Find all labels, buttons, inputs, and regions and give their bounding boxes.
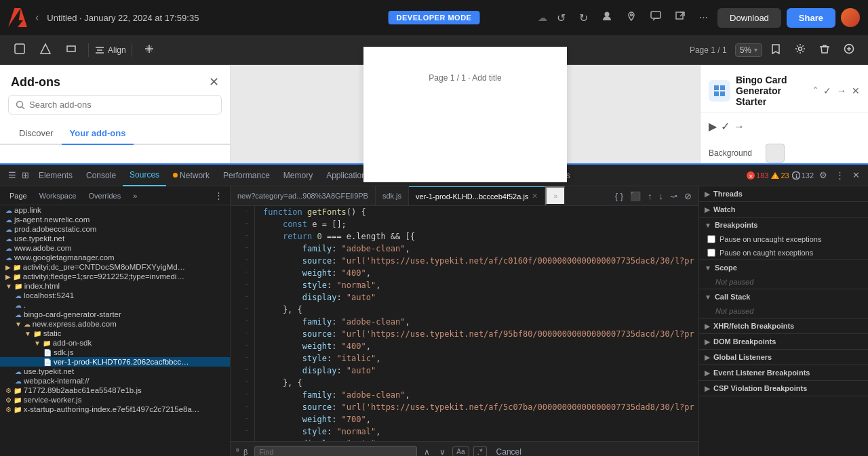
trash-button[interactable] — [814, 40, 835, 60]
translate-button[interactable] — [138, 39, 161, 60]
bingo-close-button[interactable]: ✕ — [852, 85, 860, 96]
tree-item[interactable]: ☁ webpack-internal:// — [0, 376, 230, 386]
devtools-layout-button[interactable]: ⊞ — [19, 169, 32, 182]
devtools-overflow-button[interactable]: ⋮ — [833, 169, 847, 182]
ft-tab-overrides[interactable]: Overrides — [83, 190, 127, 201]
code-deactivate-button[interactable]: ⊘ — [682, 190, 694, 203]
tab-your-addons[interactable]: Your add-ons — [62, 123, 134, 145]
breakpoints-header[interactable]: ▼ Breakpoints — [699, 217, 868, 232]
tree-item[interactable]: ▼ ☁ new.express.adobe.com — [0, 319, 230, 329]
share-button[interactable]: Share — [787, 8, 835, 28]
tree-item[interactable]: ☁ . — [0, 300, 230, 310]
watch-header[interactable]: ▶ Watch — [699, 202, 868, 217]
tab-sources[interactable]: Sources — [123, 165, 166, 186]
find-prev-button[interactable]: ∧ — [421, 446, 433, 457]
tab-elements[interactable]: Elements — [32, 165, 79, 186]
bingo-check2-button[interactable]: ✓ — [721, 120, 730, 133]
align-button[interactable]: Align — [94, 45, 126, 56]
share-ext-button[interactable] — [671, 8, 690, 27]
ft-tab-workspace[interactable]: Workspace — [34, 190, 82, 201]
ft-tab-page[interactable]: Page — [4, 190, 33, 201]
tree-item[interactable]: ☁ www.googletagmanager.com — [0, 253, 230, 262]
tree-item[interactable]: ▼ 📁 static — [0, 329, 230, 338]
file-tabs-more-button[interactable]: » — [545, 186, 565, 205]
tool-rect[interactable] — [60, 39, 83, 60]
tree-item[interactable]: ⚙ 📁 71772.89b2aabc61ea55487e1b.js — [0, 386, 230, 395]
comment-button[interactable] — [646, 8, 665, 27]
download-button[interactable]: Download — [717, 8, 781, 28]
pause-uncaught-checkbox[interactable] — [707, 235, 715, 243]
back-button[interactable]: ‹ — [33, 9, 41, 26]
tree-item[interactable]: ▼ 📁 add-on-sdk — [0, 338, 230, 348]
tree-item[interactable]: ☁ use.typekit.net — [0, 367, 230, 376]
tree-item[interactable]: ⚙ 📁 service-worker.js — [0, 395, 230, 405]
find-cancel-button[interactable]: Cancel — [491, 446, 527, 457]
tree-item[interactable]: 📄 sdk.js — [0, 348, 230, 357]
tree-item[interactable]: ☁ bingo-card-generator-starter — [0, 310, 230, 319]
dom-breakpoints-header[interactable]: ▶ DOM Breakpoints — [699, 334, 868, 349]
find-input[interactable] — [254, 446, 417, 457]
ft-tab-more[interactable]: » — [127, 190, 142, 201]
tree-item[interactable]: ▶ 📁 activityi;fledge=1;src=9212252;type=… — [0, 272, 230, 281]
event-listener-breakpoints-header[interactable]: ▶ Event Listener Breakpoints — [699, 365, 868, 380]
ft-more-button[interactable]: ⋮ — [212, 189, 226, 202]
code-step-over-button[interactable]: ⤻ — [667, 190, 680, 203]
tree-item[interactable]: ☁ use.typekit.net — [0, 234, 230, 243]
code-search-button[interactable]: ⬛ — [627, 190, 644, 203]
call-stack-header[interactable]: ▼ Call Stack — [699, 289, 868, 304]
global-listeners-header[interactable]: ▶ Global Listeners — [699, 350, 868, 365]
gear-button[interactable] — [789, 40, 811, 60]
search-input[interactable] — [29, 100, 214, 110]
tree-item[interactable]: ☁ app.link — [0, 205, 230, 215]
redo-button[interactable]: ↻ — [575, 9, 592, 27]
tree-item[interactable]: ☁ prod.adobeccstatic.com — [0, 224, 230, 234]
tool-shape[interactable] — [34, 39, 57, 60]
tree-item[interactable]: ▶ 📁 activityi;dc_pre=CNTDocSM8oMDFXYyigM… — [0, 262, 230, 272]
tree-item[interactable]: ⚙ 📁 x-startup-authoring-index.e7e5f1497c… — [0, 405, 230, 414]
code-format-button[interactable]: { } — [612, 190, 626, 203]
tree-item[interactable]: ☁ localhost:5241 — [0, 291, 230, 300]
location-button[interactable] — [622, 8, 641, 27]
bingo-bg-swatch[interactable] — [766, 144, 785, 163]
tab-console[interactable]: Console — [79, 165, 123, 186]
pause-caught-checkbox[interactable] — [707, 249, 715, 257]
devtools-settings-button[interactable]: ⚙ — [816, 169, 830, 182]
tab-performance[interactable]: Performance — [216, 165, 277, 186]
selected-tree-item[interactable]: → 📄 ver-1-prod-KLHDT076.2062cacfbbccceb4… — [0, 357, 230, 367]
find-next-button[interactable]: ∨ — [437, 446, 448, 457]
tree-item[interactable]: ☁ www.adobe.com — [0, 243, 230, 253]
more-button[interactable]: ··· — [695, 9, 712, 26]
bingo-next-button[interactable]: → — [734, 120, 745, 133]
code-nav-up-button[interactable]: ↑ — [645, 190, 655, 203]
tree-label: new.express.adobe.com — [33, 320, 117, 328]
find-regex-button[interactable]: .* — [473, 446, 487, 457]
code-nav-down-button[interactable]: ↓ — [656, 190, 667, 203]
tree-item[interactable]: ☁ js-agent.newrelic.com — [0, 215, 230, 224]
devtools-menu-button[interactable]: ☰ — [5, 169, 19, 182]
bingo-check-button[interactable]: ✓ — [823, 85, 831, 96]
tab-memory[interactable]: Memory — [277, 165, 319, 186]
undo-button[interactable]: ↺ — [553, 9, 570, 27]
xhr-breakpoints-header[interactable]: ▶ XHR/fetch Breakpoints — [699, 318, 868, 333]
devtools-close-button[interactable]: ✕ — [850, 169, 863, 182]
csp-violation-header[interactable]: ▶ CSP Violation Breakpoints — [699, 381, 868, 396]
find-match-case-button[interactable]: Aa — [452, 447, 469, 456]
file-tab-active[interactable]: ver-1-prod-KLHD...bccceb4f52a.js ✕ — [409, 186, 545, 205]
file-tab[interactable]: new?category=ad...908%3A8GFElI9PB — [231, 186, 376, 205]
tab-network[interactable]: Network — [166, 165, 216, 186]
bingo-play-button[interactable]: ▶ — [709, 120, 717, 133]
tool-frame[interactable] — [8, 39, 31, 60]
bingo-arrow-button[interactable]: → — [837, 85, 846, 96]
scope-header[interactable]: ▼ Scope — [699, 260, 868, 275]
bingo-collapse-button[interactable]: ˄ — [813, 85, 818, 96]
add-button[interactable] — [838, 40, 860, 60]
file-tab-sdk[interactable]: sdk.js — [376, 186, 409, 205]
tab-discover[interactable]: Discover — [11, 123, 62, 145]
file-tab-close-icon[interactable]: ✕ — [532, 192, 538, 201]
addons-close-button[interactable]: ✕ — [209, 75, 219, 89]
bookmark-button[interactable] — [765, 40, 787, 60]
tree-item[interactable]: ▼ 📁 index.html — [0, 281, 230, 291]
user-icon-button[interactable] — [597, 8, 616, 27]
code-scroll-area[interactable]: - function getFonts() { - const e = []; … — [231, 206, 698, 441]
threads-header[interactable]: ▶ Threads — [699, 186, 868, 201]
